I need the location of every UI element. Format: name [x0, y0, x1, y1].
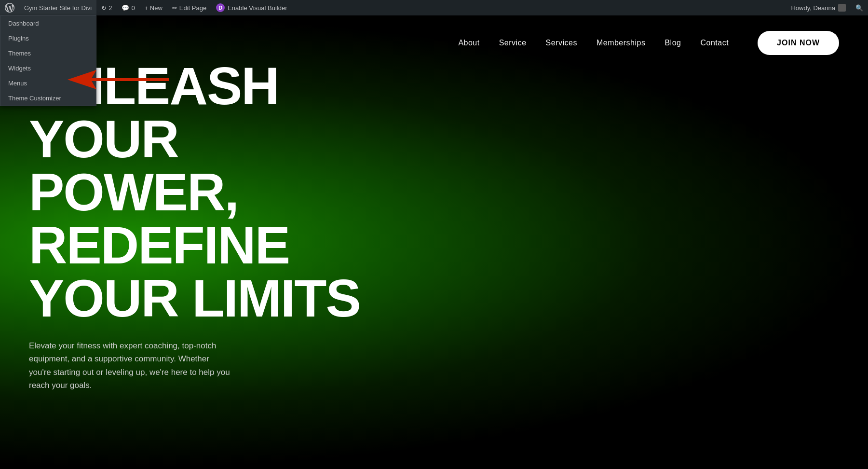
comments-icon: 💬: [122, 4, 129, 12]
revisions-icon: ↻: [101, 4, 107, 12]
user-avatar: [838, 4, 846, 12]
adminbar-new[interactable]: + New: [140, 0, 167, 15]
adminbar-site-name[interactable]: Gym Starter Site for Divi: [19, 0, 96, 15]
divi-icon: D: [216, 3, 225, 12]
nav-item-contact[interactable]: Contact: [700, 39, 729, 47]
adminbar-edit-page[interactable]: ✏ Edit Page: [167, 0, 211, 15]
dropdown-item-dashboard[interactable]: Dashboard: [0, 16, 96, 31]
nav-link-blog[interactable]: Blog: [665, 39, 681, 47]
new-label: + New: [145, 4, 163, 12]
hero-title-line3: YOUR LIMITS: [29, 268, 360, 328]
nav-item-service[interactable]: Service: [499, 39, 527, 47]
user-greeting-text: Howdy, Deanna: [791, 4, 835, 12]
adminbar-comments[interactable]: 💬 0: [117, 0, 139, 15]
enable-builder-label: Enable Visual Builder: [228, 4, 287, 12]
theme-customizer-label: Theme Customizer: [8, 95, 61, 102]
adminbar-revisions[interactable]: ↻ 2: [96, 0, 117, 15]
nav-link-about[interactable]: About: [458, 39, 479, 47]
appearance-dropdown-menu: Dashboard Plugins Themes Widgets Menus T…: [0, 15, 96, 106]
edit-icon: ✏: [172, 4, 177, 12]
adminbar-enable-builder[interactable]: D Enable Visual Builder: [211, 0, 292, 15]
nav-item-blog[interactable]: Blog: [665, 39, 681, 47]
admin-bar: Gym Starter Site for Divi ↻ 2 💬 0 + New …: [0, 0, 868, 15]
widgets-label: Widgets: [8, 65, 31, 72]
comments-count: 0: [131, 4, 135, 12]
site-wrapper: About Service Services Memberships Blog …: [0, 15, 868, 469]
plugins-label: Plugins: [8, 35, 29, 42]
nav-link-memberships[interactable]: Memberships: [597, 39, 646, 47]
hero-description: Elevate your fitness with expert coachin…: [29, 339, 231, 392]
dropdown-item-menus[interactable]: Menus: [0, 76, 96, 91]
nav-link-services[interactable]: Services: [546, 39, 577, 47]
nav-link-contact[interactable]: Contact: [700, 39, 729, 47]
menus-label: Menus: [8, 80, 27, 87]
nav-item-about[interactable]: About: [458, 39, 479, 47]
nav-item-services[interactable]: Services: [546, 39, 577, 47]
join-now-button[interactable]: JOIN NOW: [758, 31, 839, 55]
themes-label: Themes: [8, 50, 31, 57]
site-title-text: Gym Starter Site for Divi: [24, 4, 92, 12]
nav-menu: About Service Services Memberships Blog …: [458, 39, 729, 47]
nav-link-service[interactable]: Service: [499, 39, 527, 47]
adminbar-user-greeting[interactable]: Howdy, Deanna: [786, 4, 851, 12]
dropdown-item-themes[interactable]: Themes: [0, 46, 96, 61]
hero-section: About Service Services Memberships Blog …: [0, 15, 868, 469]
dashboard-label: Dashboard: [8, 20, 39, 27]
site-navigation: About Service Services Memberships Blog …: [0, 15, 868, 70]
dropdown-item-theme-customizer[interactable]: Theme Customizer: [0, 91, 96, 106]
revisions-count: 2: [108, 4, 112, 12]
search-icon: 🔍: [855, 4, 863, 12]
edit-page-label: Edit Page: [179, 4, 206, 12]
hero-title-line2: POWER, REDEFINE: [29, 162, 289, 275]
dropdown-item-widgets[interactable]: Widgets: [0, 61, 96, 76]
dropdown-item-plugins[interactable]: Plugins: [0, 31, 96, 46]
adminbar-wp-logo[interactable]: [0, 0, 19, 15]
nav-item-memberships[interactable]: Memberships: [597, 39, 646, 47]
adminbar-search[interactable]: 🔍: [851, 4, 868, 12]
adminbar-right: Howdy, Deanna 🔍: [786, 4, 868, 12]
